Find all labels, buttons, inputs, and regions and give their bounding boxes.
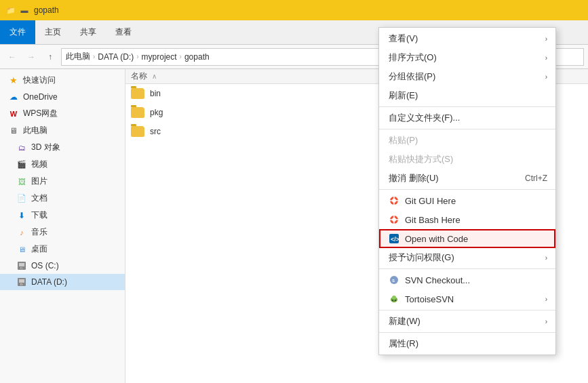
3d-icon: 🗂 [16,142,27,153]
arrow-group: › [545,73,547,81]
tab-share[interactable]: 共享 [71,20,106,44]
path-myproject: myproject [142,52,177,62]
svg-text:D:: D: [20,283,23,286]
menu-item-grant-access[interactable]: 授予访问权限(G) › [379,248,555,267]
sidebar-item-desktop[interactable]: 🖥 桌面 [0,241,125,258]
folder-icon-src [131,126,144,137]
sidebar-item-download[interactable]: ⬇ 下载 [0,207,125,224]
git-gui-icon [389,195,399,206]
title-bar-icons: 📁 ▬ [5,5,30,16]
menu-label-tortoise-svn: TortoiseSVN [405,294,454,304]
menu-label-git-bash: Git Bash Here [405,215,460,225]
menu-label-properties: 属性(R) [389,338,418,350]
menu-item-open-with-code[interactable]: </> Open with Code [379,229,555,248]
menu-item-undo[interactable]: 撤消 删除(U) Ctrl+Z [379,169,555,188]
music-icon: ♪ [16,227,27,238]
menu-label-paste-shortcut: 粘贴快捷方式(S) [389,153,453,165]
menu-item-new[interactable]: 新建(W) › [379,312,555,331]
sidebar-item-3d[interactable]: 🗂 3D 对象 [0,139,125,156]
path-sep-3: › [180,53,182,60]
menu-label-svn-checkout: SVN Checkout... [405,275,470,285]
pc-icon: 🖥 [8,125,19,136]
sidebar-item-quick-access[interactable]: ★ 快速访问 [0,72,125,89]
file-name-bin: bin [150,89,161,98]
path-sep-2: › [136,53,138,60]
sidebar-label-onedrive: OneDrive [23,92,58,102]
sidebar-item-video[interactable]: 🎬 视频 [0,156,125,173]
menu-separator-1 [379,106,555,107]
sidebar-item-doc[interactable]: 📄 文档 [0,190,125,207]
title-bar: 📁 ▬ gopath [0,0,588,20]
tab-file[interactable]: 文件 [0,20,35,44]
menu-label-customize: 自定义文件夹(F)... [389,112,460,124]
sidebar-item-wps[interactable]: W WPS网盘 [0,105,125,122]
dash-icon: ▬ [19,5,30,16]
arrow-grant: › [545,254,547,262]
svg-point-19 [392,296,396,300]
arrow-new: › [545,318,547,325]
sidebar-label-wps: WPS网盘 [23,108,58,119]
menu-label-sort: 排序方式(O) [389,52,437,64]
path-sep-1: › [93,53,95,60]
context-menu: 查看(V) › 排序方式(O) › 分组依据(P) › 刷新(E) 自定义文件夹… [378,27,556,355]
data-icon: D: [16,277,27,287]
menu-item-refresh[interactable]: 刷新(E) [379,86,555,105]
menu-label-git-gui: Git GUI Here [405,196,456,206]
sidebar-item-os[interactable]: C: OS (C:) [0,258,125,274]
svn-checkout-icon: S [389,275,399,285]
up-button[interactable]: ↑ [42,49,58,65]
sidebar-label-doc: 文档 [31,193,47,204]
menu-label-undo: 撤消 删除(U) [389,172,439,184]
menu-label-paste: 粘贴(P) [389,134,418,146]
sidebar-item-this-pc[interactable]: 🖥 此电脑 [0,122,125,139]
menu-item-svn-checkout[interactable]: S SVN Checkout... [379,270,555,289]
file-list-header-name: 名称 [131,70,147,82]
svg-text:S: S [392,279,395,283]
menu-item-group[interactable]: 分组依据(P) › [379,67,555,86]
arrow-tortoise: › [545,296,547,303]
menu-label-view: 查看(V) [389,33,418,45]
sidebar: ★ 快速访问 ☁ OneDrive W WPS网盘 🖥 此电脑 🗂 3D 对象 … [0,69,125,383]
menu-item-properties[interactable]: 属性(R) [379,334,555,353]
tab-home[interactable]: 主页 [35,20,71,44]
tortoise-svn-icon [389,294,399,304]
image-icon: 🖼 [16,176,27,187]
title-bar-title: gopath [34,5,59,15]
tab-view[interactable]: 查看 [106,20,141,44]
path-gopath: gopath [184,52,210,62]
folder-icon: 📁 [5,5,16,16]
path-data: DATA (D:) [98,52,134,62]
sidebar-item-music[interactable]: ♪ 音乐 [0,224,125,241]
sidebar-label-video: 视频 [31,159,47,170]
file-name-pkg: pkg [150,108,163,117]
menu-item-sort[interactable]: 排序方式(O) › [379,48,555,67]
sort-icon[interactable]: ∧ [147,73,161,80]
sidebar-item-data[interactable]: D: DATA (D:) [0,274,125,290]
sidebar-item-onedrive[interactable]: ☁ OneDrive [0,89,125,105]
shortcut-undo: Ctrl+Z [525,174,547,183]
sidebar-label-desktop: 桌面 [31,243,47,255]
forward-button[interactable]: → [23,49,39,65]
menu-item-git-gui[interactable]: Git GUI Here [379,191,555,210]
menu-label-new: 新建(W) [389,315,420,327]
sidebar-label-this-pc: 此电脑 [23,125,47,136]
sidebar-label-music: 音乐 [31,226,47,238]
sidebar-item-image[interactable]: 🖼 图片 [0,173,125,190]
menu-item-view[interactable]: 查看(V) › [379,29,555,48]
svg-point-21 [395,300,396,301]
sidebar-label-download: 下载 [31,209,47,221]
doc-icon: 📄 [16,193,27,204]
svg-text:C:: C: [20,266,23,270]
menu-item-customize[interactable]: 自定义文件夹(F)... [379,108,555,127]
menu-item-tortoise-svn[interactable]: TortoiseSVN › [379,289,555,308]
menu-item-git-bash[interactable]: Git Bash Here [379,210,555,229]
desktop-icon: 🖥 [16,244,27,255]
sidebar-label-os: OS (C:) [31,261,59,270]
arrow-view: › [545,35,547,43]
menu-item-paste[interactable]: 粘贴(P) [379,131,555,150]
menu-label-group: 分组依据(P) [389,70,435,83]
menu-item-paste-shortcut[interactable]: 粘贴快捷方式(S) [379,150,555,169]
folder-icon-bin [131,88,144,99]
arrow-sort: › [545,54,547,62]
back-button[interactable]: ← [4,49,20,65]
